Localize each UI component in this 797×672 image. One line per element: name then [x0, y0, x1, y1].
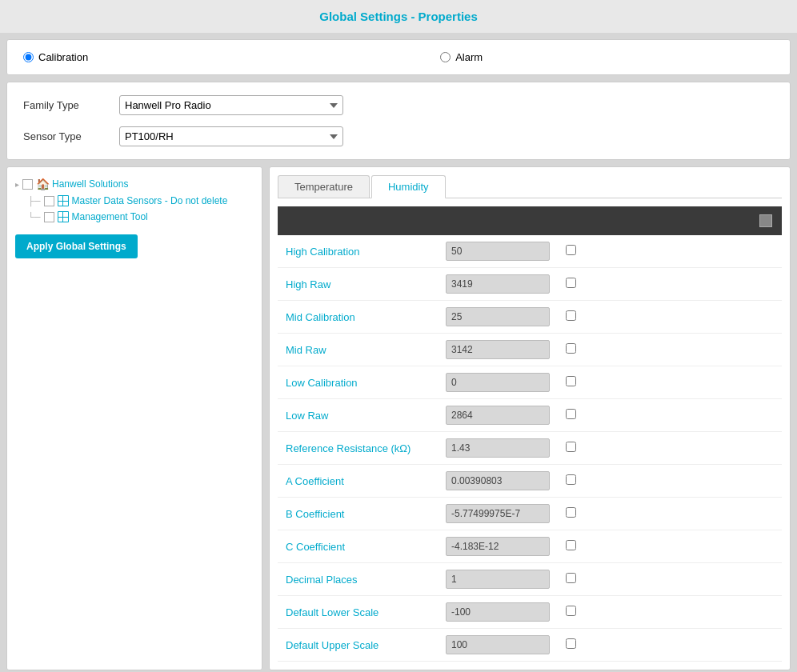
field-checkbox-cell	[558, 399, 782, 432]
grid-icon-1	[58, 195, 69, 206]
alarm-radio-option[interactable]: Alarm	[440, 51, 483, 63]
field-checkbox[interactable]	[566, 376, 576, 386]
field-checkbox[interactable]	[566, 638, 576, 649]
field-checkbox-cell	[558, 432, 782, 465]
field-checkbox[interactable]	[566, 409, 576, 419]
field-input[interactable]	[446, 340, 550, 359]
table-row: Mid Calibration	[278, 301, 782, 334]
field-value-cell	[438, 334, 558, 366]
fields-table: High CalibrationHigh RawMid CalibrationM…	[278, 235, 782, 662]
field-label: Reference Resistance (kΩ)	[278, 432, 438, 465]
calibration-radio[interactable]	[23, 52, 34, 62]
tree-panel: ▸ 🏠 Hanwell Solutions ├─ Master Data Sen…	[6, 166, 262, 670]
tab-humidity[interactable]: Humidity	[371, 175, 446, 198]
field-value-cell	[438, 366, 558, 399]
field-checkbox-cell	[558, 530, 782, 563]
field-value-cell	[438, 399, 558, 432]
sensor-type-label: Sensor Type	[23, 130, 119, 142]
table-row: Low Raw	[278, 399, 782, 432]
field-checkbox-cell	[558, 498, 782, 530]
table-row: Decimal Places	[278, 563, 782, 596]
field-input[interactable]	[446, 274, 550, 294]
header-checkbox[interactable]	[759, 214, 772, 227]
sensor-type-row: Sensor Type PT100/RH	[23, 126, 774, 146]
lower-section: ▸ 🏠 Hanwell Solutions ├─ Master Data Sen…	[6, 166, 791, 670]
field-checkbox[interactable]	[566, 343, 576, 354]
table-row: Default Upper Scale	[278, 629, 782, 662]
tree-item1-label: Master Data Sensors - Do not delete	[72, 195, 228, 206]
tree-item1-checkbox[interactable]	[44, 196, 54, 206]
field-input[interactable]	[446, 242, 550, 261]
tree-dash-1: ├─	[28, 196, 41, 206]
field-input[interactable]	[446, 537, 550, 556]
field-checkbox[interactable]	[566, 573, 576, 583]
tree-item2-checkbox[interactable]	[44, 212, 54, 222]
page-title: Global Settings - Properties	[0, 0, 797, 33]
field-checkbox[interactable]	[566, 474, 576, 485]
field-input[interactable]	[446, 504, 550, 523]
field-input[interactable]	[446, 307, 550, 326]
field-checkbox-cell	[558, 563, 782, 596]
table-row: High Raw	[278, 268, 782, 301]
field-checkbox-cell	[558, 629, 782, 662]
apply-global-settings-button[interactable]: Apply Global Settings	[15, 234, 138, 258]
field-value-cell	[438, 498, 558, 530]
field-checkbox[interactable]	[566, 606, 576, 616]
field-checkbox[interactable]	[566, 278, 576, 288]
field-input[interactable]	[446, 471, 550, 490]
table-row: Mid Raw	[278, 334, 782, 366]
family-type-select[interactable]: Hanwell Pro Radio	[119, 95, 343, 115]
field-input[interactable]	[446, 406, 550, 425]
table-row: Low Calibration	[278, 366, 782, 399]
field-input[interactable]	[446, 570, 550, 589]
field-label: Low Calibration	[278, 366, 438, 399]
field-checkbox[interactable]	[566, 245, 576, 255]
tree-item2-label: Management Tool	[72, 211, 148, 222]
table-row: Reference Resistance (kΩ)	[278, 432, 782, 465]
tab-temperature[interactable]: Temperature	[278, 175, 370, 198]
table-row: A Coefficient	[278, 465, 782, 498]
tree-root-item[interactable]: ▸ 🏠 Hanwell Solutions	[15, 175, 254, 193]
alarm-radio[interactable]	[440, 52, 451, 62]
field-label: B Coefficient	[278, 498, 438, 530]
field-checkbox[interactable]	[566, 442, 576, 452]
field-checkbox[interactable]	[566, 540, 576, 550]
field-value-cell	[438, 235, 558, 268]
field-checkbox-cell	[558, 235, 782, 268]
field-checkbox[interactable]	[566, 310, 576, 321]
radio-section: Calibration Alarm	[6, 39, 791, 75]
field-value-cell	[438, 301, 558, 334]
sensor-type-select[interactable]: PT100/RH	[119, 126, 343, 146]
field-label: Default Upper Scale	[278, 629, 438, 662]
calibration-radio-option[interactable]: Calibration	[23, 51, 88, 63]
field-label: Decimal Places	[278, 563, 438, 596]
tree-root-label: Hanwell Solutions	[52, 178, 128, 190]
family-type-row: Family Type Hanwell Pro Radio	[23, 95, 774, 115]
tabs-bar: Temperature Humidity	[278, 175, 782, 198]
table-row: C Coefficient	[278, 530, 782, 563]
tree-item-1[interactable]: ├─ Master Data Sensors - Do not delete	[28, 193, 254, 209]
tree-root-checkbox[interactable]	[22, 179, 33, 190]
table-row: B Coefficient	[278, 498, 782, 530]
field-checkbox-cell	[558, 366, 782, 399]
table-row: High Calibration	[278, 235, 782, 268]
dark-header	[278, 206, 782, 235]
field-value-cell	[438, 530, 558, 563]
field-label: Low Raw	[278, 399, 438, 432]
field-input[interactable]	[446, 635, 550, 654]
field-checkbox[interactable]	[566, 507, 576, 518]
table-row: Default Lower Scale	[278, 596, 782, 629]
field-checkbox-cell	[558, 301, 782, 334]
tree-item-2[interactable]: └─ Management Tool	[28, 209, 254, 225]
field-input[interactable]	[446, 602, 550, 622]
field-input[interactable]	[446, 373, 550, 392]
field-checkbox-cell	[558, 268, 782, 301]
field-checkbox-cell	[558, 465, 782, 498]
family-type-label: Family Type	[23, 99, 119, 111]
alarm-label: Alarm	[455, 51, 483, 63]
form-section: Family Type Hanwell Pro Radio Sensor Typ…	[6, 82, 791, 160]
grid-icon-2	[58, 211, 69, 222]
field-label: C Coefficient	[278, 530, 438, 563]
tree-expand-icon: ▸	[15, 180, 19, 189]
field-input[interactable]	[446, 438, 550, 458]
